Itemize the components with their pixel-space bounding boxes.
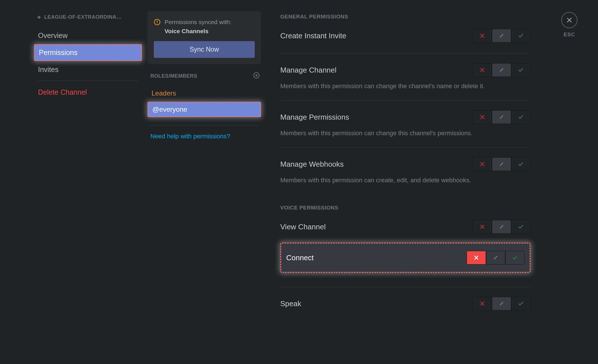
allow-button[interactable]: [511, 297, 530, 310]
deny-button[interactable]: [473, 110, 492, 124]
perm-manage-permissions-desc: Members with this permission can change …: [280, 128, 516, 138]
deny-button[interactable]: [473, 157, 492, 171]
perm-connect-label: Connect: [286, 253, 314, 262]
toggle-view-channel: [473, 220, 530, 234]
toggle-manage-webhooks: [473, 157, 530, 171]
spacer: [280, 235, 530, 243]
sync-category: Voice Channels: [165, 28, 209, 34]
svg-line-6: [500, 116, 503, 119]
perm-create-invite-label: Create Instant Invite: [280, 31, 346, 40]
perm-manage-channel: Manage Channel Members with this permiss…: [280, 63, 530, 91]
perm-manage-permissions-label: Manage Permissions: [280, 113, 349, 122]
allow-button[interactable]: [511, 29, 530, 43]
perm-divider: [280, 147, 530, 148]
neutral-button[interactable]: [492, 297, 511, 310]
perm-speak-label: Speak: [280, 299, 301, 308]
permissions-help-link[interactable]: Need help with permissions?: [148, 133, 261, 140]
neutral-button[interactable]: [492, 63, 511, 77]
svg-line-5: [500, 69, 503, 72]
toggle-connect: [467, 251, 525, 264]
settings-container: LEAGUE-OF-EXTRAORDINA… Overview Permissi…: [0, 0, 598, 364]
close-control: ESC: [561, 12, 578, 38]
deny-button[interactable]: [473, 29, 492, 43]
perm-connect: Connect: [280, 243, 530, 273]
deny-button[interactable]: [467, 251, 486, 264]
svg-line-9: [494, 256, 497, 259]
roles-sidebar: Permissions synced with: Voice Channels …: [148, 0, 261, 364]
allow-button[interactable]: [511, 63, 530, 77]
perm-manage-webhooks-desc: Members with this permission can create,…: [280, 175, 516, 185]
nav-delete-channel[interactable]: Delete Channel: [34, 85, 142, 100]
mid-divider: [150, 125, 258, 125]
speaker-icon: [37, 14, 43, 20]
perm-create-invite: Create Instant Invite: [280, 29, 530, 44]
sync-text: Permissions synced with: Voice Channels: [165, 18, 231, 35]
sync-row: Permissions synced with: Voice Channels: [154, 18, 255, 35]
allow-button[interactable]: [511, 157, 530, 171]
nav-permissions[interactable]: Permissions: [34, 44, 142, 61]
svg-line-10: [500, 302, 503, 305]
nav-overview[interactable]: Overview: [34, 28, 142, 43]
settings-sidebar: LEAGUE-OF-EXTRAORDINA… Overview Permissi…: [0, 0, 148, 364]
perm-manage-channel-desc: Members with this permission can change …: [280, 81, 516, 91]
neutral-button[interactable]: [492, 110, 511, 124]
svg-line-8: [500, 225, 503, 228]
perm-manage-webhooks: Manage Webhooks Members with this permis…: [280, 157, 530, 185]
perm-divider: [280, 287, 530, 287]
perm-view-channel: View Channel: [280, 220, 530, 235]
section-spacer: [280, 185, 530, 205]
nav-divider: [38, 81, 138, 81]
svg-line-4: [500, 34, 503, 37]
neutral-button[interactable]: [486, 251, 505, 264]
section-voice-title: VOICE PERMISSIONS: [280, 205, 530, 211]
channel-name: LEAGUE-OF-EXTRAORDINA…: [44, 14, 122, 20]
allow-button[interactable]: [505, 251, 525, 264]
neutral-button[interactable]: [492, 29, 511, 43]
esc-label: ESC: [561, 32, 578, 38]
channel-header: LEAGUE-OF-EXTRAORDINA…: [34, 14, 142, 20]
roles-header: ROLES/MEMBERS: [150, 72, 260, 80]
perm-manage-webhooks-label: Manage Webhooks: [280, 160, 344, 169]
svg-line-7: [500, 163, 503, 166]
toggle-manage-permissions: [473, 110, 530, 124]
roles-header-label: ROLES/MEMBERS: [150, 73, 197, 79]
sync-label: Permissions synced with:: [165, 19, 231, 25]
svg-rect-2: [157, 23, 157, 24]
sync-now-button[interactable]: Sync Now: [154, 41, 255, 58]
neutral-button[interactable]: [492, 157, 511, 171]
perm-view-channel-label: View Channel: [280, 223, 326, 231]
sync-card: Permissions synced with: Voice Channels …: [148, 11, 261, 64]
permissions-panel: GENERAL PERMISSIONS Create Instant Invit…: [261, 0, 530, 364]
role-leaders[interactable]: Leaders: [148, 86, 261, 100]
allow-button[interactable]: [511, 220, 530, 234]
toggle-speak: [473, 297, 530, 310]
toggle-create-invite: [473, 29, 530, 43]
perm-speak: Speak: [280, 297, 530, 312]
toggle-manage-channel: [473, 63, 530, 77]
perm-manage-channel-label: Manage Channel: [280, 66, 336, 75]
svg-rect-1: [157, 20, 157, 22]
deny-button[interactable]: [473, 297, 492, 310]
role-everyone[interactable]: @everyone: [148, 102, 261, 117]
close-button[interactable]: [561, 12, 578, 28]
nav-invites[interactable]: Invites: [34, 62, 142, 77]
warning-icon: [154, 19, 161, 27]
deny-button[interactable]: [473, 63, 492, 77]
perm-manage-permissions: Manage Permissions Members with this per…: [280, 110, 530, 138]
deny-button[interactable]: [473, 220, 492, 234]
section-general-title: GENERAL PERMISSIONS: [280, 14, 530, 20]
neutral-button[interactable]: [492, 220, 511, 234]
add-role-icon[interactable]: [253, 72, 260, 80]
perm-divider: [280, 53, 530, 54]
perm-divider: [280, 100, 530, 101]
allow-button[interactable]: [511, 110, 530, 124]
